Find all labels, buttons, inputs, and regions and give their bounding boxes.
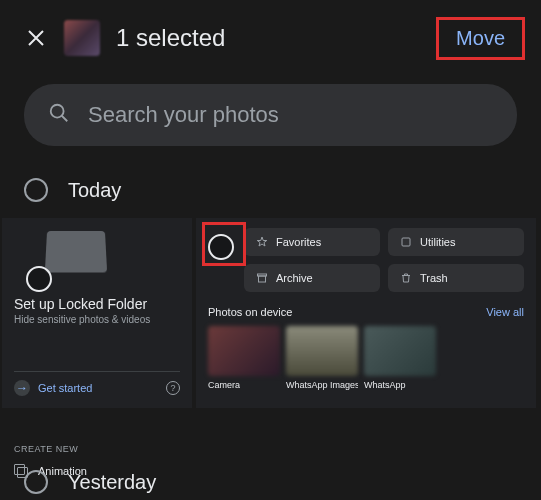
- select-all-today[interactable]: [24, 178, 48, 202]
- folder-thumb: [364, 326, 436, 376]
- search-icon: [48, 102, 70, 128]
- view-all-link[interactable]: View all: [486, 306, 524, 318]
- svg-point-0: [51, 105, 64, 118]
- folder-thumb: [286, 326, 358, 376]
- get-started-button[interactable]: → Get started: [14, 380, 92, 396]
- selected-thumbnail: [64, 20, 100, 56]
- device-folder[interactable]: WhatsApp: [364, 326, 436, 390]
- select-all-yesterday[interactable]: [24, 470, 48, 494]
- folder-label: WhatsApp: [364, 380, 436, 390]
- close-icon[interactable]: [24, 26, 48, 50]
- library-card[interactable]: Favorites Utilities Archive Trash Photos…: [196, 218, 536, 408]
- help-icon[interactable]: ?: [166, 381, 180, 395]
- search-placeholder: Search your photos: [88, 102, 279, 128]
- device-folder[interactable]: Camera: [208, 326, 280, 390]
- photo-select-radio[interactable]: [26, 266, 52, 292]
- locked-folder-title: Set up Locked Folder: [14, 296, 180, 312]
- folder-thumb: [208, 326, 280, 376]
- folder-label: Camera: [208, 380, 280, 390]
- chip-label: Utilities: [420, 236, 455, 248]
- locked-folder-subtitle: Hide sensitive photos & videos: [14, 314, 180, 325]
- folder-label: WhatsApp Images: [286, 380, 358, 390]
- chip-label: Trash: [420, 272, 448, 284]
- section-today: Today: [0, 166, 541, 214]
- create-label: CREATE NEW: [14, 444, 180, 454]
- archive-icon: [256, 272, 268, 284]
- section-yesterday: Yesterday: [24, 470, 156, 494]
- device-folder[interactable]: WhatsApp Images: [286, 326, 358, 390]
- favorites-chip[interactable]: Favorites: [244, 228, 380, 256]
- svg-rect-1: [402, 238, 410, 246]
- star-icon: [256, 236, 268, 248]
- get-started-label: Get started: [38, 382, 92, 394]
- search-input[interactable]: Search your photos: [24, 84, 517, 146]
- utilities-icon: [400, 236, 412, 248]
- page-title: 1 selected: [116, 24, 428, 52]
- svg-rect-3: [259, 276, 266, 282]
- section-title: Yesterday: [68, 471, 156, 494]
- section-title: Today: [68, 179, 121, 202]
- photo-grid: Set up Locked Folder Hide sensitive phot…: [0, 214, 541, 412]
- utilities-chip[interactable]: Utilities: [388, 228, 524, 256]
- chip-label: Favorites: [276, 236, 321, 248]
- archive-chip[interactable]: Archive: [244, 264, 380, 292]
- trash-chip[interactable]: Trash: [388, 264, 524, 292]
- move-button[interactable]: Move: [444, 21, 517, 56]
- folder-icon: [45, 231, 107, 272]
- chip-label: Archive: [276, 272, 313, 284]
- highlight-box: [436, 17, 525, 60]
- trash-icon: [400, 272, 412, 284]
- device-header: Photos on device: [208, 306, 292, 318]
- locked-folder-card[interactable]: Set up Locked Folder Hide sensitive phot…: [2, 218, 192, 408]
- arrow-icon: →: [14, 380, 30, 396]
- highlight-box: [202, 222, 246, 266]
- header: 1 selected Move: [0, 0, 541, 72]
